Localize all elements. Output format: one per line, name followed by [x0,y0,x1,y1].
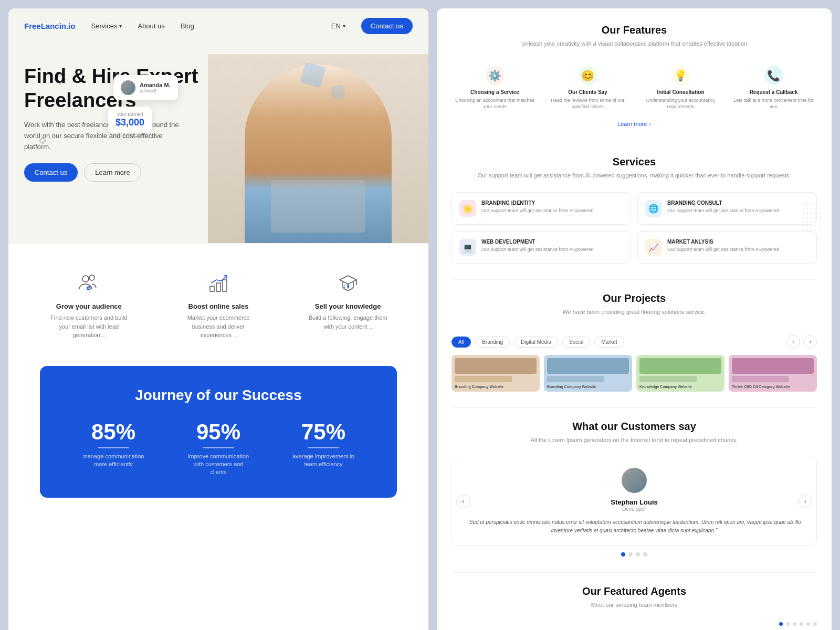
stat-number-0: 85% [82,419,145,445]
initial-consult-icon: 💡 [671,66,690,85]
our-features-section: Our Features Unleash your creativity wit… [452,24,817,127]
testimonial-dots [452,552,817,556]
hero-contact-button[interactable]: Contact us [24,163,78,182]
hired-status: is hired! [140,88,171,93]
stat-number-2: 75% [292,419,355,445]
projects-subtitle: We have been providing great flooring so… [452,308,817,317]
projects-prev-arrow[interactable]: ‹ [786,335,800,349]
stat-label-1: improve communication with customers and… [187,453,250,477]
stats-title: Journey of our Success [61,387,376,404]
hero-learn-button[interactable]: Learn more [84,163,141,182]
stat-item-1: 95% improve communication with customers… [187,419,250,477]
feature-item-1: Boost online sales Market your ecommerce… [176,270,260,340]
our-feature-desc-0: Choosing an accountant that matches your… [455,97,535,110]
stats-wrapper: Journey of our Success 85% manage commun… [8,366,428,529]
stat-item-0: 85% manage communication more efficientl… [82,419,145,477]
our-feature-desc-3: Lets talk at a more convenient time for … [733,97,814,110]
left-panel: FreeLancin.io Services About us Blog EN … [8,8,428,630]
agent-dot-2[interactable] [793,622,796,626]
project-img-line-1 [547,376,604,382]
projects-title: Our Projects [452,292,817,304]
agent-dot-0[interactable] [779,622,783,626]
nav-logo[interactable]: FreeLancin.io [24,22,76,30]
our-feature-name-0: Choosing a Service [470,89,519,95]
testimonial-prev-arrow[interactable]: ‹ [456,495,470,508]
our-features-title: Our Features [452,24,817,36]
service-card-3: 📈 MARKET ANLYSIS Our support team will g… [637,231,817,264]
feature-title-0: Grow your audience [56,302,122,310]
testimonial-wrapper: ‹ › Stephan Louis Developer "Sed ut pers… [452,457,817,556]
feature-title-1: Boost online sales [188,302,249,310]
project-thumb-1[interactable]: Branding Company Website [544,355,632,392]
agent-dot-4[interactable] [806,622,810,626]
projects-row: Branding Company Website Branding Compan… [452,355,817,392]
tab-all[interactable]: All [452,337,471,348]
stats-grid: 85% manage communication more efficientl… [61,419,376,477]
agent-dot-5[interactable] [813,622,817,626]
services-subtitle: Our support team will get assistance fro… [452,171,817,180]
services-grid: 🌟 BRANDING IDENTITY Our support team wil… [452,192,817,264]
tab-digital-media[interactable]: Digital Media [514,337,558,348]
stats-section: Journey of our Success 85% manage commun… [40,366,397,498]
float-card-earn: Your Earned $3,000 [108,107,152,133]
our-feature-1: 😊 Our Clients Say Read the reviews from … [544,61,631,116]
agent-dot-3[interactable] [800,622,803,626]
testimonial-dot-2[interactable] [636,552,640,556]
nav-link-services[interactable]: Services [91,22,122,30]
stat-underline-2 [308,447,339,448]
clients-say-icon: 😊 [579,66,597,85]
our-feature-name-2: Initial Consultation [657,89,705,95]
customers-title: What our Customers say [452,421,817,433]
projects-next-arrow[interactable]: › [803,335,817,349]
hired-name: Amanda M. [140,82,171,88]
project-thumb-0[interactable]: Branding Company Website [452,355,540,392]
project-thumb-2[interactable]: Knowledge Company Website [636,355,724,392]
projects-tabs: All Branding Digital Media Social Market [452,337,624,348]
testimonial-dot-0[interactable] [621,552,625,556]
service-name-0: BRANDING IDENTITY [481,200,594,206]
divider-2 [452,279,817,280]
service-card-2: 💻 WEB DEVELOPMENT Our support team will … [452,231,631,264]
nav-link-about[interactable]: About us [138,22,164,30]
hero-laptop [271,180,365,233]
project-label-0: Branding Company Website [455,385,537,388]
learn-more-link[interactable]: Learn more › [452,121,817,127]
project-img-line-3 [732,376,789,382]
our-feature-desc-2: Understanding your accountancy requireme… [640,97,721,110]
arrow-right-icon: › [649,121,651,127]
testimonial-next-arrow[interactable]: › [799,495,812,508]
testimonial-arrows: ‹ › [452,495,816,508]
svg-point-1 [89,275,94,280]
tab-market[interactable]: Market [594,337,624,348]
nav: FreeLancin.io Services About us Blog EN … [8,8,428,44]
nav-contact-button[interactable]: Contact us [361,18,413,34]
our-feature-0: ⚙️ Choosing a Service Choosing an accoun… [452,61,538,116]
choosing-service-icon: ⚙️ [486,66,505,85]
stat-number-1: 95% [187,419,250,445]
project-img-line-2 [639,376,697,382]
svg-rect-5 [223,280,227,291]
projects-nav-arrows: ‹ › [786,335,817,349]
market-analysis-icon: 📈 [645,239,662,256]
testimonial-dot-3[interactable] [643,552,647,556]
nav-lang[interactable]: EN [331,22,345,30]
tab-branding[interactable]: Branding [475,337,510,348]
testimonial-dot-1[interactable] [628,552,633,556]
nav-link-blog[interactable]: Blog [181,22,194,30]
services-section: Services Our support team will get assis… [452,156,817,264]
feature-item-0: Grow your audience Find new customers an… [47,270,131,340]
our-feature-name-1: Our Clients Say [568,89,607,95]
float-card-hire: Amanda M. is hired! [113,75,178,100]
hero-person-bg [208,54,428,243]
service-desc-3: Our support team will get assistance fro… [667,246,780,253]
sell-knowledge-icon [335,270,361,296]
customers-section: What our Customers say All the Lorem Ips… [452,421,817,557]
our-features-grid: ⚙️ Choosing a Service Choosing an accoun… [452,61,817,116]
web-dev-icon: 💻 [459,239,476,256]
project-img-placeholder-1 [547,358,629,374]
tab-social[interactable]: Social [562,337,590,348]
project-thumb-3[interactable]: Thrive CBD Oil Category Website [729,355,817,392]
service-desc-2: Our support team will get assistance fro… [481,246,594,253]
agent-dot-1[interactable] [786,622,790,626]
our-features-subtitle: Unleash your creativity with a visual co… [452,39,817,48]
